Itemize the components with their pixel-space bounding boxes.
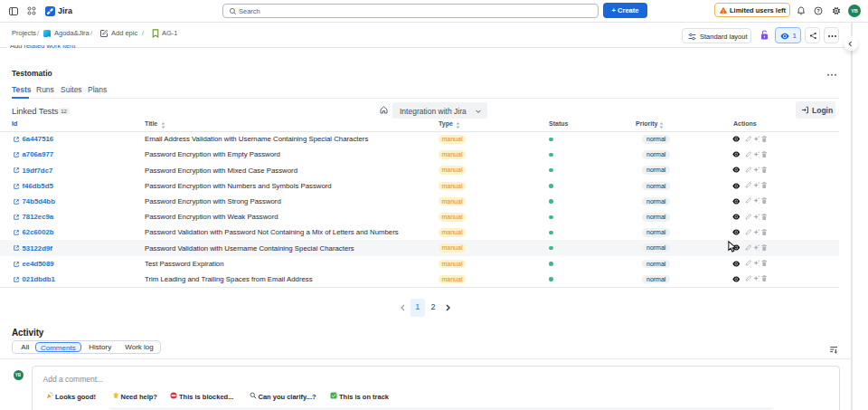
svg-text:?: ? bbox=[816, 8, 820, 14]
